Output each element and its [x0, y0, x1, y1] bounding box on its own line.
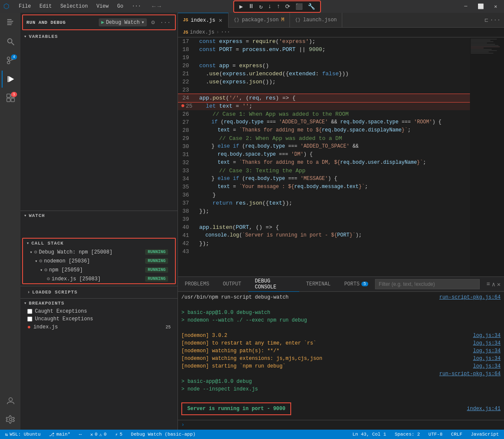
console-input[interactable] [186, 422, 501, 428]
breakpoints-title[interactable]: ▾ BREAKPOINTS [20, 299, 178, 308]
sidebar-item-extensions[interactable]: 1 [2, 89, 19, 106]
split-editor-icon[interactable]: ⊏ [484, 17, 488, 24]
sidebar-item-source-control[interactable]: 4 [2, 52, 19, 69]
menu-selection[interactable]: Selection [58, 3, 91, 10]
sidebar-item-search[interactable] [2, 33, 19, 50]
console-file-link[interactable]: index.js:41 [460, 405, 501, 413]
tab-package-json[interactable]: {} package.json M [229, 13, 290, 28]
callstack-header[interactable]: ▾ CALL STACK [23, 239, 175, 248]
chevron-down-icon: ▾ [141, 19, 144, 26]
code-line-23: 23 [178, 86, 470, 94]
nav-forward[interactable]: → [158, 3, 161, 10]
status-errors[interactable]: ✕ 0 ⚠ 0 [89, 432, 108, 437]
code-line-39: 39 [178, 215, 470, 223]
menu-file[interactable]: File [16, 3, 34, 10]
console-filter-input[interactable] [375, 279, 480, 289]
status-debug-session[interactable]: Debug Watch (basic-app) [129, 432, 198, 437]
nav-back[interactable]: ← [152, 3, 155, 10]
sidebar-item-run-debug[interactable] [2, 71, 19, 88]
maximize-btn[interactable]: ⬜ [474, 3, 487, 11]
status-spaces[interactable]: Spaces: 2 [393, 432, 421, 437]
console-file-link[interactable]: log.js:34 [466, 362, 501, 370]
more-tabs-icon[interactable]: ··· [490, 17, 501, 24]
console-text [181, 393, 501, 401]
tab-problems[interactable]: PROBLEMS [178, 277, 216, 292]
status-language[interactable]: JavaScript [469, 432, 501, 437]
callstack-item[interactable]: ⚙ index.js [25083] RUNNING [23, 274, 175, 283]
status-encoding[interactable]: UTF-8 [427, 432, 444, 437]
line-content-22: .use(express.json()); [196, 78, 470, 86]
sidebar-item-settings[interactable] [2, 411, 19, 428]
console-file-link[interactable]: log.js:34 [466, 332, 501, 339]
tab-label: index.js [191, 17, 215, 23]
loaded-scripts-title[interactable]: › LOADED SCRIPTS [24, 288, 174, 296]
debug-step-into-btn[interactable]: ↑ [275, 2, 282, 11]
debug-continue-btn[interactable]: ▶ [238, 2, 244, 11]
console-file-link[interactable]: run-script-pkg.js:64 [432, 370, 501, 378]
console-file-link[interactable]: log.js:34 [466, 347, 501, 355]
debug-step-out-btn[interactable]: ⟳ [284, 2, 292, 11]
console-text: [nodemon] watching extensions: js,mjs,cj… [181, 355, 466, 362]
debug-stop-btn[interactable]: ⬛ [294, 2, 304, 11]
sidebar-item-explorer[interactable] [2, 14, 19, 31]
menu-go[interactable]: Go [115, 3, 126, 10]
bottom-panel: PROBLEMS OUTPUT DEBUG CONSOLE TERMINAL P… [178, 277, 504, 430]
callstack-item[interactable]: ▾ ⚙ nodemon [25036] RUNNING [23, 257, 175, 265]
console-output[interactable]: /usr/bin/npm run-script debug-watch run-… [178, 292, 504, 420]
minimap [470, 37, 504, 277]
console-line: > basic-app@1.0.0 debug [181, 378, 501, 385]
gear-icon: ⚙ [44, 267, 47, 273]
watch-section-title[interactable]: ▾ WATCH [20, 211, 178, 220]
console-file-link[interactable]: log.js:34 [466, 339, 501, 347]
status-line-ending[interactable]: CRLF [450, 432, 464, 437]
variables-section-title[interactable]: ▾ VARIABLES [20, 32, 178, 41]
status-debug-ports[interactable]: ⚡ 5 [113, 432, 124, 437]
close-btn[interactable]: ✕ [491, 3, 501, 11]
editor-area: JS index.js ✕ {} package.json M {} launc… [178, 13, 504, 430]
callstack-item[interactable]: ▾ ⚙ npm [25059] RUNNING [23, 265, 175, 274]
console-text: > node --inspect index.js [181, 385, 501, 393]
line-col-label: Ln 43, Col 1 [352, 432, 386, 437]
status-sync[interactable]: ↔ [77, 432, 83, 437]
status-line-col[interactable]: Ln 43, Col 1 [351, 432, 388, 437]
close-panel-icon[interactable]: ✕ [497, 281, 501, 288]
minimize-btn[interactable]: ─ [461, 3, 471, 11]
tab-index-js[interactable]: JS index.js ✕ [178, 13, 229, 28]
collapse-panel-icon[interactable]: ∧ [492, 281, 495, 288]
breadcrumb-filename[interactable]: index.js [190, 29, 215, 35]
debug-step-over-btn[interactable]: ↓ [266, 2, 273, 11]
encoding-label: UTF-8 [429, 432, 443, 437]
line-content-33: // Case 3: Texting the App [196, 167, 470, 175]
tab-close-btn[interactable]: ✕ [218, 16, 223, 24]
more-actions-icon[interactable]: ··· [159, 18, 172, 27]
debug-restart-btn[interactable]: ↻ [258, 2, 264, 11]
breakpoints-section: ▾ BREAKPOINTS Caught Exceptions Uncaught… [20, 298, 178, 331]
menu-view[interactable]: View [94, 3, 111, 10]
debug-config-selector[interactable]: ▶ Debug Watch ▾ [99, 18, 147, 26]
tab-launch-json[interactable]: {} launch.json [290, 13, 342, 28]
tab-terminal[interactable]: TERMINAL [299, 277, 338, 292]
status-wsl[interactable]: ⇆ WSL: Ubuntu [3, 432, 42, 437]
js-file-icon: JS [183, 18, 188, 23]
code-line-26: 26 // Case 1: When App was added to the … [178, 110, 470, 118]
debug-settings-btn[interactable]: 🔧 [306, 2, 317, 11]
gear-icon[interactable]: ⚙ [150, 18, 155, 27]
console-file-link[interactable]: run-script-pkg.js:64 [432, 294, 501, 301]
menu-edit[interactable]: Edit [37, 3, 54, 10]
caught-exceptions-checkbox[interactable] [27, 309, 32, 314]
uncaught-exceptions-checkbox[interactable] [27, 316, 32, 322]
console-file-link[interactable]: log.js:34 [466, 355, 501, 362]
tab-ports[interactable]: PORTS 5 [338, 277, 375, 292]
status-branch[interactable]: ⎇ main* [47, 432, 72, 437]
debug-pause-btn[interactable]: ⏸ [246, 2, 256, 11]
sidebar-item-account[interactable] [2, 392, 19, 409]
clear-console-icon[interactable]: ≡ [487, 281, 490, 288]
menu-more[interactable]: ··· [129, 3, 144, 10]
callstack-item[interactable]: ▾ ⚙ Debug Watch: npm [25008] RUNNING [23, 248, 175, 257]
code-scroll-area[interactable]: 17 const express = require('express'); 1… [178, 37, 470, 277]
console-text: /usr/bin/npm run-script debug-watch [181, 294, 432, 301]
breadcrumb-more[interactable]: ··· [221, 29, 230, 35]
tab-output[interactable]: OUTPUT [216, 277, 248, 292]
tab-debug-console[interactable]: DEBUG CONSOLE [248, 277, 299, 292]
svg-rect-14 [7, 98, 10, 102]
